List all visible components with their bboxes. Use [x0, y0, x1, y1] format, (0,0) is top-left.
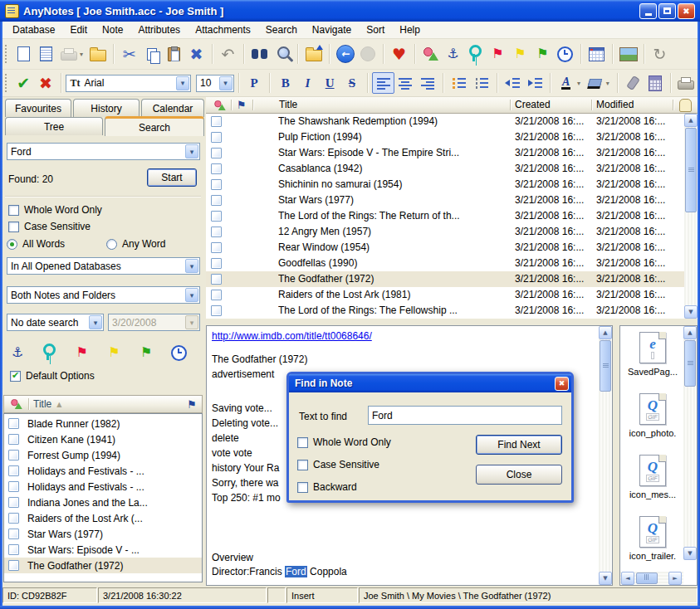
table-scrollbar[interactable]: ▲ ▼ — [684, 114, 698, 319]
attachment-item[interactable]: e SavedPag... — [620, 332, 685, 387]
whole-word-checkbox[interactable] — [297, 437, 308, 448]
scroll-up-button[interactable]: ▲ — [684, 114, 698, 127]
import-folder-icon[interactable] — [302, 43, 325, 65]
numbered-list-button[interactable] — [470, 72, 492, 94]
find-next-button[interactable]: Find Next — [476, 435, 562, 455]
all-words-option[interactable]: All Words — [7, 238, 65, 250]
dialog-whole-word-option[interactable]: Whole Word Only — [297, 436, 391, 448]
created-column-header[interactable]: Created — [515, 99, 551, 110]
table-row[interactable]: Star Wars (1977) 3/21/2008 16:... 3/21/2… — [206, 192, 684, 208]
result-item[interactable]: Indiana Jones and the La... — [4, 495, 202, 510]
combo-arrow-icon[interactable]: ▾ — [89, 315, 102, 329]
title-column-header[interactable]: Title — [279, 99, 297, 110]
search-target-combo[interactable]: Both Notes and Folders ▾ — [7, 286, 200, 304]
whole-word-checkbox[interactable] — [8, 205, 19, 216]
result-item[interactable]: Holidays and Festivals - ... — [4, 463, 202, 479]
italic-button[interactable]: I — [296, 72, 319, 94]
result-item[interactable]: Citizen Kane (1941) — [4, 431, 202, 447]
paragraph-button[interactable]: P — [243, 72, 266, 94]
scroll-up-button[interactable]: ▲ — [683, 326, 697, 339]
find-text-input[interactable]: Ford — [368, 406, 562, 425]
any-word-radio[interactable] — [106, 239, 117, 250]
minimize-button[interactable] — [639, 3, 657, 19]
scrollbar-thumb[interactable] — [685, 128, 697, 212]
scrollbar-thumb[interactable] — [600, 340, 611, 392]
scrollbar-thumb[interactable] — [684, 340, 696, 387]
attachment-item[interactable]: Q GIF icon_trailer. — [620, 516, 685, 572]
title-bar[interactable]: AnyNotes [ Joe Smith.acc - Joe Smith ] ✖ — [0, 0, 700, 22]
scroll-left-button[interactable]: ◄ — [621, 572, 634, 585]
any-word-option[interactable]: Any Word — [106, 238, 165, 250]
table-row[interactable]: Casablanca (1942) 3/21/2008 16:... 3/21/… — [206, 161, 684, 177]
attachments-h-scrollbar[interactable]: ◄ ► — [620, 572, 683, 585]
find-icon[interactable] — [248, 43, 271, 65]
tab-history[interactable]: History — [73, 99, 140, 117]
zoom-icon[interactable] — [271, 43, 293, 65]
shapes-column-icon[interactable] — [214, 100, 226, 110]
undo-icon[interactable]: ↶ — [217, 43, 239, 65]
result-item[interactable]: Forrest Gump (1994) — [4, 447, 202, 463]
dialog-close-button[interactable]: ✖ — [555, 377, 569, 391]
attachment-item[interactable]: Q GIF icon_photo. — [620, 393, 685, 449]
menu-item[interactable]: Attachments — [188, 22, 258, 37]
cancel-cross-icon[interactable]: ✖ — [35, 72, 57, 94]
align-center-button[interactable] — [394, 72, 417, 94]
dialog-title-bar[interactable]: Find in Note ✖ — [289, 374, 571, 392]
table-row[interactable]: Rear Window (1954) 3/21/2008 16:... 3/21… — [206, 240, 684, 256]
search-query-combo[interactable]: Ford ▾ — [7, 143, 200, 160]
paste-icon[interactable] — [163, 43, 185, 65]
date-mode-combo[interactable]: No date search ▾ — [7, 314, 104, 331]
dialog-backward-option[interactable]: Backward — [297, 481, 357, 493]
font-name-combo[interactable]: Tt Arial ▾ — [66, 75, 191, 92]
bold-button[interactable]: B — [274, 72, 296, 94]
results-title-column[interactable]: Title — [33, 398, 51, 410]
case-sensitive-checkbox[interactable] — [8, 222, 19, 232]
cut-icon[interactable]: ✂ — [118, 43, 140, 65]
combo-arrow-icon[interactable]: ▾ — [185, 288, 198, 302]
all-words-radio[interactable] — [7, 239, 17, 250]
tab-tree[interactable]: Tree — [5, 117, 103, 135]
red-flag-icon[interactable]: ⚑ — [487, 43, 509, 65]
notes-table-body[interactable]: The Shawshank Redemption (1994) 3/21/200… — [206, 114, 684, 319]
red-flag-icon[interactable]: ⚑ — [71, 342, 93, 363]
font-size-combo[interactable]: 10 ▾ — [196, 75, 234, 92]
anchor-icon[interactable]: ⚓ — [7, 342, 28, 363]
hand-column-icon[interactable] — [679, 99, 692, 112]
font-color-button[interactable]: A — [555, 72, 577, 94]
imdb-link[interactable]: http://www.imdb.com/title/tt0068646/ — [212, 330, 372, 342]
result-item[interactable]: Holidays and Festivals - ... — [4, 479, 202, 495]
search-scope-combo[interactable]: In All Opened Databases ▾ — [7, 257, 200, 275]
find-in-note-dialog[interactable]: Find in Note ✖ Text to find Ford Whole W… — [286, 372, 574, 503]
table-row[interactable]: The Lord of the Rings: The Return of th.… — [206, 208, 684, 224]
table-row[interactable]: 12 Angry Men (1957) 3/21/2008 16:... 3/2… — [206, 224, 684, 240]
table-row[interactable]: Goodfellas (1990) 3/21/2008 16:... 3/21/… — [206, 256, 684, 271]
flag-column-icon[interactable]: ⚑ — [187, 398, 197, 411]
back-icon[interactable]: ← — [334, 43, 356, 65]
tab-calendar[interactable]: Calendar — [141, 99, 204, 117]
table-header[interactable]: ⚑ Title Created Modified — [206, 97, 698, 114]
dialog-close-action-button[interactable]: Close — [476, 465, 562, 485]
menu-item[interactable]: Navigate — [305, 22, 359, 37]
close-button[interactable]: ✖ — [678, 3, 695, 19]
calculator-icon[interactable] — [644, 72, 666, 94]
refresh-icon[interactable]: ↻ — [649, 43, 671, 65]
anchor-icon[interactable]: ⚓ — [442, 43, 464, 65]
attachments-panel[interactable]: e SavedPag... Q GIF icon_photo. Q GIF — [619, 325, 698, 586]
print-icon[interactable] — [57, 43, 80, 65]
calendar-icon[interactable] — [585, 43, 608, 65]
tab-favourites[interactable]: Favourites — [5, 99, 71, 117]
default-options-option[interactable]: ✔ Default Options — [10, 370, 95, 382]
open-folder-icon[interactable] — [86, 43, 109, 65]
table-row[interactable]: Shichinin no samurai (1954) 3/21/2008 16… — [206, 177, 684, 192]
scrollbar-thumb[interactable] — [636, 572, 658, 584]
menu-item[interactable]: Sort — [359, 22, 392, 37]
note-scrollbar[interactable]: ▲ ▼ — [599, 326, 612, 585]
scroll-up-button[interactable]: ▲ — [599, 326, 612, 339]
table-row[interactable]: The Lord of the Rings: The Fellowship ..… — [206, 303, 684, 319]
delete-icon[interactable]: ✖ — [185, 43, 208, 65]
record-icon[interactable] — [356, 43, 379, 65]
green-flag-icon[interactable]: ⚑ — [135, 342, 157, 363]
key-icon[interactable] — [39, 342, 61, 363]
yellow-flag-icon[interactable]: ⚑ — [509, 43, 531, 65]
table-row[interactable]: The Shawshank Redemption (1994) 3/21/200… — [206, 114, 684, 129]
